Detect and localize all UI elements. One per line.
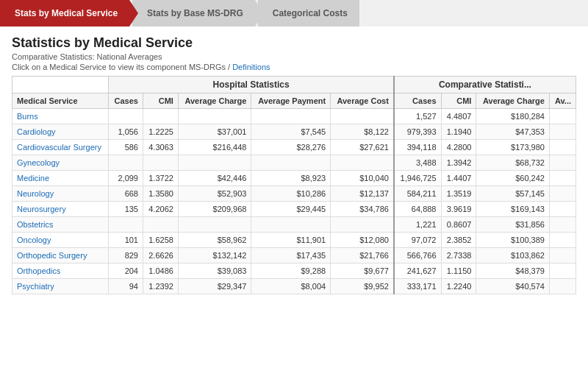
cell-avg_cost: $8,122 — [331, 124, 394, 140]
service-link[interactable]: Oncology — [17, 236, 51, 244]
comparative-statistics-header: Comparative Statisti... — [394, 77, 576, 93]
cell-nat_charge: $68,732 — [476, 155, 550, 171]
col-nat-extra: Av... — [549, 93, 576, 109]
column-header-row: Medical Service Cases CMI Average Charge… — [12, 93, 576, 109]
cell-avg_cost: $9,677 — [331, 263, 394, 279]
cell-service: Cardiology — [12, 124, 109, 140]
cell-avg_cost — [331, 217, 394, 233]
cell-cmi: 1.2225 — [143, 124, 178, 140]
cell-avg_cost: $27,621 — [331, 140, 394, 155]
cell-service: Neurosurgery — [12, 202, 109, 217]
cell-cases: 829 — [109, 248, 143, 263]
service-link[interactable]: Cardiovascular Surgery — [17, 143, 101, 152]
cell-avg_payment: $29,445 — [251, 202, 331, 217]
cell-nat_charge: $180,284 — [476, 109, 550, 124]
cell-nat_cases: 1,946,725 — [394, 171, 441, 186]
cell-nat_cmi: 4.2800 — [441, 140, 476, 155]
service-link[interactable]: Gynecology — [17, 158, 60, 167]
breadcrumb-nav: Stats by Medical Service Stats by Base M… — [0, 0, 588, 26]
cell-nat_cases: 1,527 — [394, 109, 441, 124]
cell-avg_charge: $29,347 — [178, 279, 251, 294]
cell-nat_extra — [549, 248, 576, 263]
cell-cmi: 1.3580 — [143, 186, 178, 202]
col-avg-charge: Average Charge — [178, 93, 251, 109]
service-link[interactable]: Burns — [17, 112, 38, 121]
cell-avg_charge: $39,083 — [178, 263, 251, 279]
service-link[interactable]: Orthopedic Surgery — [17, 251, 87, 260]
service-link[interactable]: Neurosurgery — [17, 205, 66, 213]
cell-nat_cmi: 2.7338 — [441, 248, 476, 263]
table-row: Orthopedic Surgery8292.6626$132,142$17,4… — [12, 248, 576, 263]
col-nat-avg-charge: Average Charge — [476, 93, 550, 109]
cell-nat_charge: $48,379 — [476, 263, 550, 279]
cell-avg_charge — [178, 155, 251, 171]
definitions-link[interactable]: Definitions — [232, 63, 270, 71]
cell-service: Cardiovascular Surgery — [12, 140, 109, 155]
cell-nat_cmi: 1.2240 — [441, 279, 476, 294]
cell-nat_extra — [549, 202, 576, 217]
cell-nat_cases: 64,888 — [394, 202, 441, 217]
cell-cmi: 2.6626 — [143, 248, 178, 263]
cell-service: Medicine — [12, 171, 109, 186]
cell-cmi: 1.6258 — [143, 233, 178, 248]
cell-cmi — [143, 217, 178, 233]
cell-nat_extra — [549, 279, 576, 294]
service-link[interactable]: Cardiology — [17, 127, 56, 136]
cell-nat_cmi: 4.4807 — [441, 109, 476, 124]
cell-cases: 204 — [109, 263, 143, 279]
cell-nat_charge: $31,856 — [476, 217, 550, 233]
cell-cases: 101 — [109, 233, 143, 248]
empty-header — [12, 77, 109, 93]
nav-stats-base-msdrg[interactable]: Stats by Base MS-DRG — [132, 0, 255, 26]
cell-avg_charge: $132,142 — [178, 248, 251, 263]
cell-avg_charge — [178, 217, 251, 233]
cell-nat_cmi: 2.3852 — [441, 233, 476, 248]
cell-avg_cost — [331, 155, 394, 171]
cell-nat_extra — [549, 217, 576, 233]
table-row: Obstetrics1,2210.8607$31,856 — [12, 217, 576, 233]
table-row: Orthopedics2041.0486$39,083$9,288$9,6772… — [12, 263, 576, 279]
cell-nat_charge: $103,862 — [476, 248, 550, 263]
cell-nat_cases: 584,211 — [394, 186, 441, 202]
table-row: Cardiovascular Surgery5864.3063$216,448$… — [12, 140, 576, 155]
service-link[interactable]: Medicine — [17, 174, 49, 183]
cell-nat_charge: $60,242 — [476, 171, 550, 186]
service-link[interactable]: Orthopedics — [17, 266, 60, 275]
cell-nat_charge: $173,980 — [476, 140, 550, 155]
cell-nat_extra — [549, 155, 576, 171]
cell-service: Oncology — [12, 233, 109, 248]
table-row: Neurology6681.3580$52,903$10,286$12,1375… — [12, 186, 576, 202]
service-link[interactable]: Obstetrics — [17, 220, 54, 229]
table-row: Neurosurgery1354.2062$209,968$29,445$34,… — [12, 202, 576, 217]
cell-nat_cases: 1,221 — [394, 217, 441, 233]
cell-cases: 1,056 — [109, 124, 143, 140]
cell-avg_payment: $8,004 — [251, 279, 331, 294]
cell-avg_cost: $21,766 — [331, 248, 394, 263]
hospital-statistics-header: Hospital Statistics — [109, 77, 394, 93]
cell-nat_cmi: 0.8607 — [441, 217, 476, 233]
cell-cmi: 4.2062 — [143, 202, 178, 217]
cell-cases: 2,099 — [109, 171, 143, 186]
col-avg-payment: Average Payment — [251, 93, 331, 109]
nav-stats-medical-service[interactable]: Stats by Medical Service — [0, 0, 129, 26]
cell-cases — [109, 109, 143, 124]
table-row: Cardiology1,0561.2225$37,001$7,545$8,122… — [12, 124, 576, 140]
cell-avg_payment — [251, 155, 331, 171]
service-link[interactable]: Neurology — [17, 189, 54, 198]
cell-service: Neurology — [12, 186, 109, 202]
cell-service: Gynecology — [12, 155, 109, 171]
cell-avg_charge: $58,962 — [178, 233, 251, 248]
cell-nat_cmi: 3.9619 — [441, 202, 476, 217]
cell-nat_cases: 3,488 — [394, 155, 441, 171]
nav-categorical-costs[interactable]: Categorical Costs — [258, 0, 359, 26]
cell-service: Psychiatry — [12, 279, 109, 294]
col-cases: Cases — [109, 93, 143, 109]
cell-cmi — [143, 109, 178, 124]
cell-nat_cases: 979,393 — [394, 124, 441, 140]
table-row: Burns1,5274.4807$180,284 — [12, 109, 576, 124]
cell-avg_payment: $11,901 — [251, 233, 331, 248]
cell-nat_cases: 333,171 — [394, 279, 441, 294]
service-link[interactable]: Psychiatry — [17, 282, 54, 291]
group-header-row: Hospital Statistics Comparative Statisti… — [12, 77, 576, 93]
cell-avg_payment — [251, 217, 331, 233]
